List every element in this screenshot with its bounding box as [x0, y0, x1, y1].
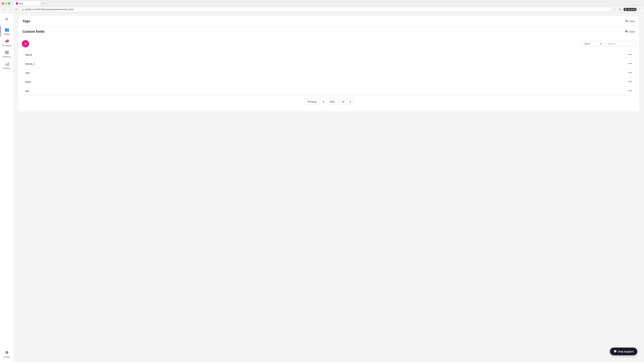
- incognito-label: Incognito: [628, 8, 635, 10]
- tab-favicon-drip: [16, 2, 18, 5]
- field-row-name1: Name_1 •••: [22, 59, 636, 68]
- back-button[interactable]: ‹: [2, 7, 6, 12]
- current-page-num: 1: [322, 100, 325, 103]
- sidebar-logo[interactable]: ☺: [3, 15, 10, 22]
- field-menu-btn-5[interactable]: •••: [628, 89, 632, 93]
- new-tab-btn[interactable]: +: [41, 1, 46, 6]
- custom-fields-section-header: Custom fields Close: [18, 27, 639, 37]
- tags-open-btn[interactable]: Open: [625, 19, 635, 23]
- next-page-btn[interactable]: Next: [327, 99, 338, 105]
- incognito-icon: 🕵: [625, 8, 627, 10]
- field-row-three: three •••: [22, 77, 636, 86]
- browser-toolbar: ‹ › ↺ 🔒 getdrip.com/7641396/people/prope…: [0, 6, 644, 13]
- tags-open-label: Open: [629, 20, 635, 23]
- sidebar-item-people[interactable]: 👥 People: [0, 26, 13, 36]
- window-controls: [2, 2, 10, 4]
- previous-page-btn[interactable]: Previous: [304, 99, 320, 105]
- main-content: Tags Open Custom fields: [14, 13, 644, 362]
- sidebar-item-settings[interactable]: ⚙ Settings: [0, 349, 13, 359]
- svg-point-4: [626, 20, 628, 22]
- eye-icon-cf: [625, 30, 628, 33]
- field-name-label-4: three: [25, 80, 31, 83]
- per-page-chevron-icon: ▾: [350, 100, 351, 103]
- sidebar-item-workflows-label: Workflows: [3, 56, 11, 58]
- campaigns-icon: 📣: [4, 38, 10, 44]
- per-page-value: 10: [342, 100, 344, 103]
- toolbar-actions: ☆ ⧉ 🕵 Incognito ⋮: [612, 7, 642, 12]
- sidebar: ☺ 👥 People 📣 Campaigns Workflows 📊 Anal: [0, 13, 14, 362]
- drip-support-btn[interactable]: 💬 Drip Support: [610, 348, 637, 355]
- sort-dropdown-value: A to Z: [584, 42, 591, 45]
- sidebar-item-workflows[interactable]: Workflows: [0, 48, 13, 59]
- people-icon: 👥: [4, 27, 10, 32]
- sidebar-item-settings-label: Settings: [4, 356, 10, 358]
- field-name-label-2: Name_1: [25, 62, 35, 65]
- per-page-dropdown[interactable]: 10 ▾: [340, 99, 353, 105]
- cf-toolbar: + A to Z ▾ Search: [22, 40, 636, 47]
- svg-point-5: [626, 20, 627, 21]
- custom-fields-list: Name ••• Name_1 ••• one ••• three •••: [22, 50, 636, 95]
- settings-icon: ⚙: [4, 350, 10, 355]
- tab-bar: Drip × +: [12, 1, 48, 6]
- tags-section-header: Tags Open: [18, 16, 639, 26]
- browser-tab-drip[interactable]: Drip ×: [14, 1, 40, 6]
- sidebar-item-people-label: People: [4, 33, 10, 35]
- app-wrapper: ☺ 👥 People 📣 Campaigns Workflows 📊 Anal: [0, 13, 644, 362]
- logo-icon: ☺: [4, 16, 9, 21]
- analytics-icon: 📊: [4, 61, 10, 66]
- refresh-button[interactable]: ↺: [14, 7, 18, 12]
- tab-title: Drip: [19, 2, 23, 5]
- menu-btn[interactable]: ⋮: [638, 7, 642, 12]
- tab-close-btn[interactable]: ×: [36, 2, 38, 5]
- browser-titlebar: Drip × +: [0, 0, 644, 6]
- sidebar-item-analytics-label: Analytics: [3, 67, 10, 69]
- svg-rect-1: [7, 51, 8, 52]
- pagination: Previous 1 Next 10 ▾: [22, 95, 636, 108]
- window-close-btn[interactable]: [2, 2, 4, 4]
- drip-support-label: Drip Support: [618, 350, 634, 353]
- eye-icon-tags: [625, 19, 628, 23]
- cf-filters: A to Z ▾ Search: [582, 41, 636, 46]
- sidebar-item-campaigns-label: Campaigns: [2, 44, 12, 46]
- custom-fields-title: Custom fields: [22, 30, 44, 33]
- add-custom-field-btn[interactable]: +: [22, 40, 29, 47]
- address-bar[interactable]: 🔒 getdrip.com/7641396/people/properties#…: [20, 7, 611, 12]
- field-row-one: one •••: [22, 68, 636, 77]
- sidebar-item-campaigns[interactable]: 📣 Campaigns: [0, 37, 13, 48]
- custom-fields-section: Custom fields Close +: [18, 27, 639, 111]
- field-menu-btn-1[interactable]: •••: [628, 53, 632, 56]
- field-name-label-5: two: [25, 89, 29, 92]
- field-menu-btn-4[interactable]: •••: [628, 80, 632, 84]
- split-view-btn[interactable]: ⧉: [618, 7, 622, 12]
- incognito-badge: 🕵 Incognito: [623, 8, 636, 11]
- svg-rect-3: [7, 53, 8, 54]
- browser-chrome: Drip × + ‹ › ↺ 🔒 getdrip.com/7641396/peo…: [0, 0, 644, 13]
- workflows-icon: [4, 50, 10, 55]
- field-menu-btn-3[interactable]: •••: [628, 71, 632, 75]
- url-text: getdrip.com/7641396/people/properties#cu…: [25, 8, 74, 10]
- search-input-cf[interactable]: Search: [606, 41, 636, 46]
- window-maximize-btn[interactable]: [8, 2, 10, 4]
- forward-button[interactable]: ›: [8, 7, 12, 12]
- bookmark-btn[interactable]: ☆: [612, 7, 617, 12]
- svg-rect-2: [5, 53, 6, 54]
- custom-fields-close-label: Close: [629, 30, 635, 33]
- custom-fields-close-btn[interactable]: Close: [625, 30, 635, 33]
- field-menu-btn-2[interactable]: •••: [628, 62, 632, 65]
- svg-rect-0: [5, 51, 6, 52]
- field-name-label-1: Name: [25, 53, 32, 56]
- lock-icon: 🔒: [22, 8, 24, 10]
- sidebar-item-analytics[interactable]: 📊 Analytics: [0, 60, 13, 70]
- field-row-two: two •••: [22, 86, 636, 95]
- sort-dropdown[interactable]: A to Z ▾: [582, 41, 604, 46]
- field-name-label-3: one: [25, 71, 30, 74]
- tags-section-title: Tags: [22, 19, 30, 23]
- support-chat-icon: 💬: [614, 350, 617, 353]
- field-row-name: Name •••: [22, 50, 636, 59]
- window-minimize-btn[interactable]: [5, 2, 7, 4]
- chevron-down-icon: ▾: [600, 42, 601, 45]
- custom-fields-body: + A to Z ▾ Search Name: [18, 37, 639, 111]
- search-placeholder: Search: [608, 42, 615, 45]
